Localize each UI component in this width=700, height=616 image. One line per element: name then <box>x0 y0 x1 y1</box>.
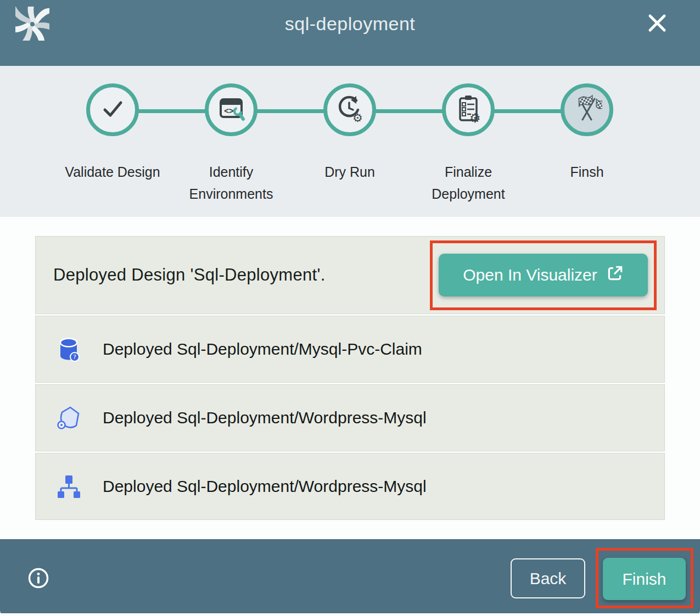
deployed-resource-row: Deployed Sql-Deployment/Wordpress-Mysql <box>35 384 665 451</box>
tree-hierarchy-icon <box>55 473 82 500</box>
clipboard-checklist-gear-icon: ⚙ <box>453 93 484 126</box>
finish-button[interactable]: Finish <box>603 558 686 600</box>
close-icon[interactable] <box>645 11 669 35</box>
dialog-title: sql-deployment <box>0 13 700 35</box>
svg-text:?: ? <box>73 354 76 361</box>
step-circle <box>561 83 613 136</box>
sync-clock-gear-icon: ⚙ <box>334 93 365 126</box>
step-circle: <> <box>205 83 257 136</box>
dialog-header: sql-deployment <box>0 0 700 66</box>
step-label: Identify Environments <box>182 161 281 205</box>
step-label: Finsh <box>537 161 636 183</box>
pentagon-icon <box>55 405 82 431</box>
svg-text:⚙: ⚙ <box>469 111 481 124</box>
deployed-resource-text: Deployed Sql-Deployment/Wordpress-Mysql <box>103 477 427 496</box>
code-window-wrench-icon: <> <box>216 93 247 126</box>
info-icon[interactable] <box>27 567 49 589</box>
step-label: Dry Run <box>300 161 399 183</box>
deployed-design-row: Deployed Design 'Sql-Deployment'. Open I… <box>35 236 665 314</box>
step-finish: Finsh <box>537 83 636 183</box>
highlight-box-visualizer: Open In Visualizer <box>430 240 657 310</box>
external-link-icon <box>606 265 624 286</box>
step-finalize-deployment: ⚙ Finalize Deployment <box>419 83 518 205</box>
step-circle <box>86 83 139 136</box>
checkmark-icon <box>97 93 128 126</box>
step-circle: ⚙ <box>442 83 495 136</box>
open-in-visualizer-label: Open In Visualizer <box>463 266 597 284</box>
step-dry-run: ⚙ Dry Run <box>300 83 399 183</box>
deployed-resource-text: Deployed Sql-Deployment/Wordpress-Mysql <box>103 408 427 427</box>
database-icon: ? <box>55 336 82 362</box>
svg-text:⚙: ⚙ <box>352 111 363 124</box>
deployment-results: Deployed Design 'Sql-Deployment'. Open I… <box>0 217 700 539</box>
deployed-resource-row: Deployed Sql-Deployment/Wordpress-Mysql <box>35 453 665 520</box>
deployed-resource-text: Deployed Sql-Deployment/Mysql-Pvc-Claim <box>103 340 422 359</box>
deployed-resource-row: ? Deployed Sql-Deployment/Mysql-Pvc-Clai… <box>35 316 665 383</box>
open-in-visualizer-button[interactable]: Open In Visualizer <box>439 254 648 296</box>
step-label: Validate Design <box>63 161 162 183</box>
deployment-stepper: Validate Design <> Identify Environments <box>0 66 700 217</box>
back-button[interactable]: Back <box>511 558 585 598</box>
highlight-box-finish: Finish <box>596 548 693 608</box>
step-validate-design: Validate Design <box>63 83 162 183</box>
svg-text:<>: <> <box>224 106 234 116</box>
dialog-footer: Back Finish <box>0 539 700 613</box>
checkered-flags-icon <box>572 93 602 126</box>
deployed-design-message: Deployed Design 'Sql-Deployment'. <box>53 265 326 285</box>
step-circle: ⚙ <box>323 83 376 136</box>
step-label: Finalize Deployment <box>419 161 518 205</box>
step-identify-environments: <> Identify Environments <box>182 83 281 205</box>
deployment-wizard-dialog: sql-deployment Validate Design <box>0 0 700 616</box>
